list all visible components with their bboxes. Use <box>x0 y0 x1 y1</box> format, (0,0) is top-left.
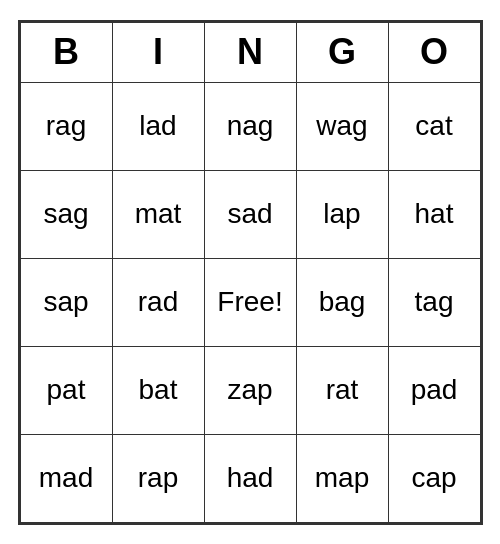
header-cell-o: O <box>388 22 480 82</box>
bingo-card: BINGO ragladnagwagcatsagmatsadlaphatsapr… <box>18 20 483 525</box>
table-row: sagmatsadlaphat <box>20 170 480 258</box>
header-cell-n: N <box>204 22 296 82</box>
cell-r1-c1: mat <box>112 170 204 258</box>
cell-r1-c3: lap <box>296 170 388 258</box>
cell-r1-c2: sad <box>204 170 296 258</box>
cell-r2-c0: sap <box>20 258 112 346</box>
cell-r0-c3: wag <box>296 82 388 170</box>
cell-r2-c3: bag <box>296 258 388 346</box>
header-cell-b: B <box>20 22 112 82</box>
cell-r4-c1: rap <box>112 434 204 522</box>
cell-r1-c0: sag <box>20 170 112 258</box>
bingo-table: BINGO ragladnagwagcatsagmatsadlaphatsapr… <box>20 22 481 523</box>
table-row: sapradFree!bagtag <box>20 258 480 346</box>
cell-r2-c4: tag <box>388 258 480 346</box>
cell-r4-c3: map <box>296 434 388 522</box>
table-row: ragladnagwagcat <box>20 82 480 170</box>
table-row: madraphadmapcap <box>20 434 480 522</box>
table-row: patbatzapratpad <box>20 346 480 434</box>
cell-r2-c2: Free! <box>204 258 296 346</box>
cell-r3-c4: pad <box>388 346 480 434</box>
cell-r0-c4: cat <box>388 82 480 170</box>
cell-r3-c0: pat <box>20 346 112 434</box>
cell-r4-c0: mad <box>20 434 112 522</box>
cell-r3-c2: zap <box>204 346 296 434</box>
header-cell-i: I <box>112 22 204 82</box>
cell-r0-c2: nag <box>204 82 296 170</box>
cell-r1-c4: hat <box>388 170 480 258</box>
cell-r3-c1: bat <box>112 346 204 434</box>
cell-r3-c3: rat <box>296 346 388 434</box>
header-cell-g: G <box>296 22 388 82</box>
header-row: BINGO <box>20 22 480 82</box>
cell-r4-c2: had <box>204 434 296 522</box>
cell-r4-c4: cap <box>388 434 480 522</box>
cell-r0-c1: lad <box>112 82 204 170</box>
cell-r2-c1: rad <box>112 258 204 346</box>
cell-r0-c0: rag <box>20 82 112 170</box>
